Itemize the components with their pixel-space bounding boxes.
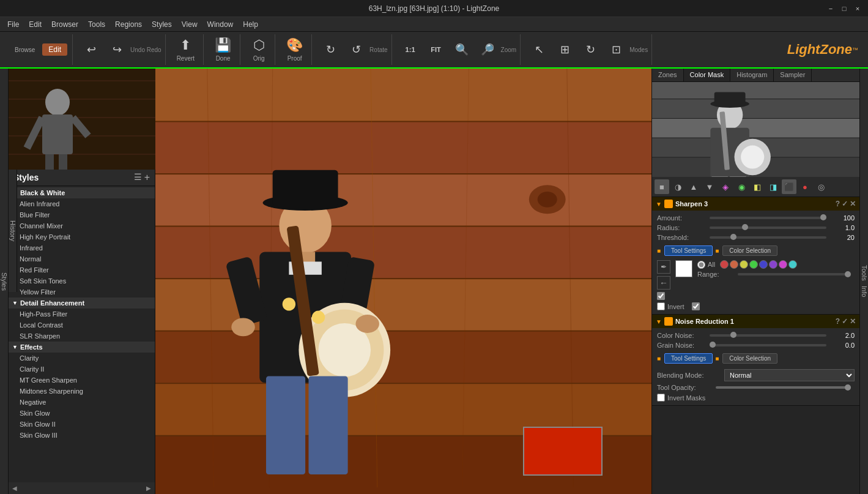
tab-zones[interactable]: Zones bbox=[652, 69, 684, 81]
sharpen-radius-slider[interactable] bbox=[710, 226, 826, 229]
menu-tools[interactable]: Tools bbox=[83, 17, 110, 32]
sharpen-invert2-checkbox[interactable] bbox=[692, 302, 700, 310]
noise-color-slider[interactable] bbox=[710, 334, 826, 337]
style-blue-filter[interactable]: Blue Filter bbox=[9, 209, 155, 220]
styles-list[interactable]: ▼ Black & White Alien Infrared Blue Filt… bbox=[9, 186, 155, 482]
color-dot-cyan[interactable] bbox=[788, 260, 797, 269]
zoom-11-button[interactable]: 1:1 bbox=[398, 43, 423, 56]
menu-file[interactable]: File bbox=[2, 17, 24, 32]
style-mt-green-sharpen[interactable]: MT Green Sharpen bbox=[9, 375, 155, 386]
sharpen-invert-checkbox[interactable] bbox=[657, 302, 665, 310]
range-slider-thumb[interactable] bbox=[845, 271, 851, 277]
done-button[interactable]: 💾 Done bbox=[210, 35, 236, 64]
sharpen-collapse-arrow[interactable]: ▼ bbox=[656, 201, 662, 208]
sharpen-threshold-thumb[interactable] bbox=[730, 234, 736, 240]
sharpen-enable-button[interactable]: ✓ bbox=[842, 200, 848, 208]
style-infrared[interactable]: Infrared bbox=[9, 242, 155, 253]
style-skin-glow-ii[interactable]: Skin Glow II bbox=[9, 419, 155, 430]
sharpen-amount-thumb[interactable] bbox=[820, 214, 826, 220]
proof-button[interactable]: 🎨 Proof bbox=[281, 35, 308, 64]
scroll-left-button[interactable]: ◀ bbox=[11, 484, 18, 493]
tool-icon-target[interactable]: ◎ bbox=[814, 179, 828, 194]
menu-regions[interactable]: Regions bbox=[110, 17, 147, 32]
crop-button[interactable]: ⊞ bbox=[552, 40, 577, 59]
sharpen-help-button[interactable]: ? bbox=[836, 200, 840, 208]
tool-icon-rect[interactable]: ■ bbox=[655, 179, 669, 194]
tool-icon-color-wheel[interactable]: ◈ bbox=[718, 179, 733, 194]
style-skin-glow[interactable]: Skin Glow bbox=[9, 408, 155, 419]
tab-histogram[interactable]: Histogram bbox=[730, 69, 774, 81]
sharpen-color-selection-button[interactable]: Color Selection bbox=[722, 245, 777, 256]
tool-icon-right-half[interactable]: ◨ bbox=[766, 179, 781, 194]
undo-button[interactable]: ↩ bbox=[79, 40, 103, 59]
sharpen-amount-slider[interactable] bbox=[710, 217, 826, 219]
zoom-out-button[interactable]: 🔎 bbox=[475, 40, 500, 59]
arrow-tool-button[interactable]: ← bbox=[657, 276, 670, 290]
style-local-contrast[interactable]: Local Contrast bbox=[9, 320, 155, 331]
category-detail-enhancement[interactable]: ▼ Detail Enhancement bbox=[9, 298, 155, 309]
styles-actions[interactable]: ☰ + bbox=[134, 172, 150, 183]
style-clarity-ii[interactable]: Clarity II bbox=[9, 364, 155, 375]
style-negative[interactable]: Negative bbox=[9, 397, 155, 408]
noise-color-thumb[interactable] bbox=[730, 332, 736, 338]
tool-icon-red[interactable]: ● bbox=[798, 179, 812, 194]
sharpen-enable-checkbox[interactable] bbox=[657, 292, 665, 300]
sharpen-all-radio[interactable] bbox=[697, 261, 705, 269]
color-dot-red[interactable] bbox=[720, 260, 729, 269]
color-dot-blue[interactable] bbox=[759, 260, 768, 269]
tool-icon-triangle-down[interactable]: ▼ bbox=[702, 179, 717, 194]
style-clarity[interactable]: Clarity bbox=[9, 353, 155, 364]
noise-close-button[interactable]: ✕ bbox=[850, 317, 856, 326]
style-channel-mixer[interactable]: Channel Mixer bbox=[9, 220, 155, 231]
style-high-key-portrait[interactable]: High Key Portrait bbox=[9, 231, 155, 242]
maximize-button[interactable]: □ bbox=[839, 3, 850, 14]
style-slr-sharpen[interactable]: SLR Sharpen bbox=[9, 331, 155, 342]
noise-enable-button[interactable]: ✓ bbox=[842, 317, 848, 326]
tool-icon-saturation[interactable]: ◉ bbox=[734, 179, 749, 194]
color-dot-purple[interactable] bbox=[769, 260, 777, 269]
color-dot-orange[interactable] bbox=[730, 260, 738, 269]
style-soft-skin-tones[interactable]: Soft Skin Tones bbox=[9, 275, 155, 286]
tab-color-mask[interactable]: Color Mask bbox=[684, 69, 731, 81]
edit-button[interactable]: Edit bbox=[42, 43, 67, 56]
color-dot-green[interactable] bbox=[749, 260, 758, 269]
noise-opacity-slider[interactable] bbox=[716, 386, 851, 389]
menu-browser[interactable]: Browser bbox=[46, 17, 83, 32]
menu-styles[interactable]: Styles bbox=[147, 17, 177, 32]
styles-list-view-button[interactable]: ☰ bbox=[134, 172, 142, 183]
noise-grain-slider[interactable] bbox=[710, 344, 826, 346]
sharpen-range-slider[interactable] bbox=[738, 273, 851, 275]
noise-collapse-arrow[interactable]: ▼ bbox=[656, 318, 662, 325]
tool-icon-circle[interactable]: ◑ bbox=[670, 179, 685, 194]
sharpen-tool-settings-button[interactable]: Tool Settings bbox=[664, 245, 713, 256]
noise-help-button[interactable]: ? bbox=[836, 317, 840, 326]
rotate-cw-button[interactable]: ↻ bbox=[318, 40, 343, 59]
noise-grain-thumb[interactable] bbox=[710, 342, 716, 348]
styles-add-button[interactable]: + bbox=[144, 172, 150, 183]
style-skin-glow-iii[interactable]: Skin Glow III bbox=[9, 430, 155, 441]
style-yellow-filter[interactable]: Yellow Filter bbox=[9, 286, 155, 298]
menu-view[interactable]: View bbox=[177, 17, 202, 32]
zoom-in-button[interactable]: 🔍 bbox=[450, 40, 474, 59]
opacity-slider-thumb[interactable] bbox=[845, 384, 851, 391]
category-effects[interactable]: ▼ Effects bbox=[9, 342, 155, 353]
style-alien-infrared[interactable]: Alien Infrared bbox=[9, 198, 155, 209]
redo-button[interactable]: ↪ bbox=[105, 40, 129, 59]
sharpen-close-button[interactable]: ✕ bbox=[850, 200, 856, 208]
sharpen-threshold-slider[interactable] bbox=[710, 236, 826, 239]
style-red-filter[interactable]: Red Filter bbox=[9, 264, 155, 275]
noise-color-selection-button[interactable]: Color Selection bbox=[722, 353, 777, 364]
right-info-sidebar[interactable]: Tools Info bbox=[859, 69, 868, 494]
noise-blending-select[interactable]: Normal Multiply Screen Overlay bbox=[724, 369, 855, 381]
rotate-mode-button[interactable]: ↻ bbox=[578, 40, 603, 59]
menu-help[interactable]: Help bbox=[238, 17, 263, 32]
history-sidebar-label[interactable]: History bbox=[9, 170, 17, 292]
pan-button[interactable]: ⊡ bbox=[604, 40, 628, 59]
tab-sampler[interactable]: Sampler bbox=[774, 69, 812, 81]
rotate-ccw-button[interactable]: ↺ bbox=[344, 40, 368, 59]
style-normal[interactable]: Normal bbox=[9, 253, 155, 264]
close-button[interactable]: × bbox=[852, 3, 863, 14]
browse-button[interactable]: Browse bbox=[10, 44, 40, 56]
style-highpass-filter[interactable]: High-Pass Filter bbox=[9, 309, 155, 320]
zoom-fit-button[interactable]: FIT bbox=[424, 43, 448, 56]
